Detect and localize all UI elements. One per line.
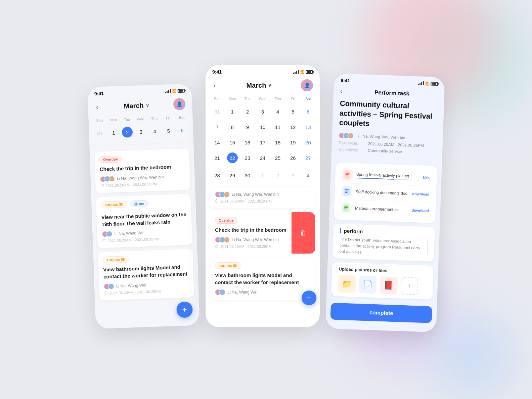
task-detail-section: Community cultural activities – Spring F… [331, 98, 444, 166]
cal-day[interactable]: 28 [210, 168, 225, 183]
cal-day[interactable]: 14 [210, 135, 225, 150]
back-button-3[interactable]: ‹ [340, 88, 343, 95]
cal-day[interactable]: 3 [255, 104, 270, 119]
cal-back-2[interactable]: ‹ [212, 81, 217, 90]
fab-2[interactable]: + [302, 291, 316, 305]
time-1: 9:41 [94, 91, 104, 96]
meta-row-cycle: Task cycle: 2021.06.20AM - 2021.06.25PM [339, 140, 436, 148]
thumb-pdf[interactable]: 📕 [380, 276, 398, 294]
avatars-row-swipe [215, 237, 230, 243]
cal-day-selected-2[interactable]: 22 [225, 150, 240, 167]
cal-day[interactable]: 31 [93, 126, 107, 143]
cal-day[interactable]: 8 [225, 120, 240, 134]
phone-1: 9:41 📶 ‹ March ∨ 👤 [87, 84, 200, 329]
cal-day[interactable]: 4 [270, 104, 285, 119]
svg-rect-0 [344, 171, 351, 179]
cal-day[interactable]: 18 [270, 135, 285, 150]
cal-day[interactable]: 4 [148, 124, 162, 141]
cal-day[interactable]: 2 [270, 168, 285, 183]
task-card-surplus6-1[interactable]: surplus 6h View bathroom lights Model an… [98, 249, 194, 301]
cal-day[interactable]: 13 [301, 120, 316, 134]
complete-button[interactable]: complete [330, 303, 432, 323]
cal-day[interactable]: 3 [285, 168, 301, 183]
task-card-surplus6-2[interactable]: surplus 6h View bathroom lights Model an… [210, 258, 315, 300]
swipe-delete-button[interactable]: 🗑 [292, 212, 315, 254]
phone-3: 9:41 📶 ‹ Perform task Community cult [325, 73, 445, 332]
cal-month-2: March ∨ [247, 82, 272, 89]
perform-page-title: Perform task [346, 88, 438, 98]
cal-day[interactable]: 16 [240, 135, 255, 150]
cal-day[interactable]: 25 [270, 150, 285, 167]
svg-rect-6 [345, 191, 348, 191]
cal-day-today-1[interactable]: 2 [120, 125, 135, 142]
file-download-doc[interactable]: download [412, 192, 430, 196]
avatars-row-1 [100, 176, 115, 182]
cal-day[interactable]: 6 [175, 123, 189, 140]
cal-day[interactable]: 31 [210, 104, 225, 119]
cal-day[interactable]: 3 [134, 124, 148, 141]
cal-day[interactable]: 26 [285, 150, 301, 167]
meta-row-assignees: Li Na, Wang Wei, Wen bin [339, 132, 436, 142]
fab-1[interactable]: + [176, 301, 193, 318]
cal-month-arrow-1[interactable]: ∨ [145, 102, 149, 108]
file-item-xls[interactable]: Material arrangement.xls download [341, 200, 429, 219]
thumb-doc[interactable]: 📄 [359, 275, 377, 294]
svg-rect-10 [344, 207, 348, 208]
task-meta-swipe: Li Na, Wang Wei, Wen bin ⏱ 2021.06.20AM … [215, 237, 288, 249]
cal-day[interactable]: 6 [301, 104, 316, 119]
avatar-2[interactable]: 👤 [301, 79, 313, 91]
status-bar-2: 9:41 📶 [206, 65, 320, 77]
phones-wrapper: 9:41 📶 ‹ March ∨ 👤 [91, 69, 441, 330]
cal-day[interactable]: 5 [285, 104, 301, 119]
avatar-assignee [108, 283, 115, 290]
task-title-2: View near the public window on the 19th … [101, 211, 187, 228]
avatar-assignee [224, 191, 230, 197]
cal-day[interactable]: 19 [285, 135, 301, 150]
cal-back-1[interactable]: ‹ [95, 102, 100, 112]
upload-title: Upload pictures or files [339, 266, 427, 274]
perform-text: The District Youth Volunteer Association… [339, 236, 428, 257]
cal-day[interactable]: 15 [225, 135, 240, 150]
avatar-1[interactable]: 👤 [173, 98, 186, 110]
battery-icon-2 [306, 70, 313, 74]
avatars-row-2 [102, 231, 113, 237]
cal-day[interactable]: 10 [255, 120, 270, 134]
bg-blob-blue [431, 315, 515, 399]
cal-month-arrow-2[interactable]: ∨ [268, 83, 271, 88]
cal-day[interactable]: 30 [240, 168, 255, 183]
objectives-value: Community service [368, 148, 402, 154]
cal-day[interactable]: 20 [301, 135, 316, 150]
cal-day[interactable]: 1 [255, 168, 270, 183]
assignees-text-surplus6-2: Li Na, Wang Wei [227, 290, 257, 295]
cal-day[interactable]: 7 [210, 120, 225, 134]
day-fri-2: Fri [285, 95, 301, 102]
cal-day[interactable]: 1 [106, 125, 121, 142]
cal-day[interactable]: 29 [225, 168, 240, 183]
cal-day[interactable]: 4 [301, 168, 316, 183]
thumb-folder[interactable]: 📁 [338, 275, 356, 293]
upload-add-button[interactable]: + [400, 277, 418, 295]
avatars-row-3 [104, 283, 115, 290]
signal-icon-1 [165, 89, 171, 93]
cal-day[interactable]: 5 [161, 123, 176, 140]
cal-day[interactable]: 9 [240, 120, 255, 134]
file-download-xls[interactable]: download [411, 208, 429, 213]
avatars-row-surplus6-2 [215, 289, 225, 295]
task-card-surplus-1[interactable]: surplus 3h @ me View near the public win… [96, 194, 192, 248]
avatar-assignee [219, 289, 225, 295]
cal-day[interactable]: 17 [255, 135, 270, 150]
task-card-overdue-1[interactable]: Overdue Check the trip in the bedroom Li… [94, 148, 190, 193]
assignees-text-swipe: Li Na, Wang Wei, Wen bin [232, 237, 279, 242]
cal-day[interactable]: 12 [285, 120, 301, 134]
cal-day[interactable]: 11 [270, 120, 285, 134]
cal-day[interactable]: 23 [240, 150, 255, 167]
clock-icon-2: ⏱ [102, 238, 106, 243]
day-mon-2: Mon [225, 95, 240, 102]
task-card-summary-2[interactable]: Li Na, Wang Wei, Wen bin ⏱ 2021.06.20AM … [210, 187, 315, 208]
cal-day[interactable]: 2 [240, 104, 255, 119]
cal-day[interactable]: 27 [301, 150, 316, 167]
cal-day[interactable]: 21 [210, 150, 225, 167]
cal-day[interactable]: 24 [255, 150, 270, 167]
task-meta-2: Li Na, Wang Wei ⏱ 2021.06.20AM - 2021.06… [102, 228, 187, 243]
cal-day[interactable]: 1 [225, 104, 240, 119]
